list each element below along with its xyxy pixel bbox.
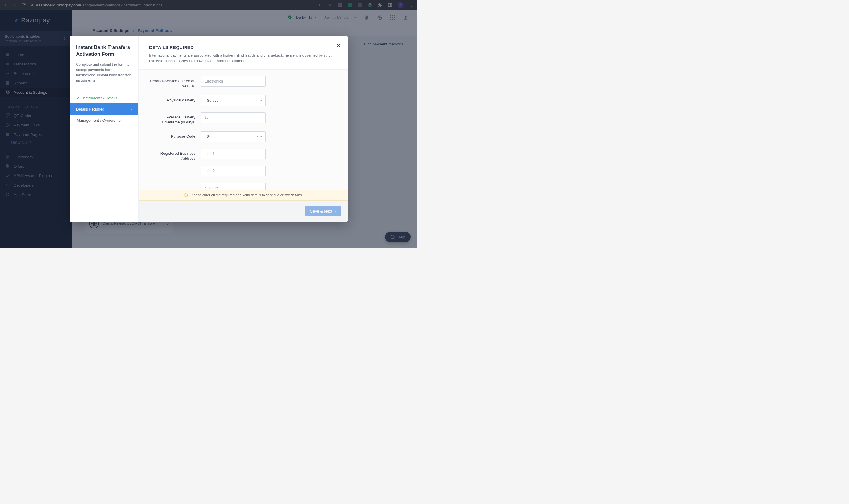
validation-warning: ⓘ Please enter all the required and vali… bbox=[139, 190, 347, 201]
select-value: --Select-- bbox=[204, 98, 220, 103]
step-label: Management / Ownership bbox=[77, 118, 121, 123]
step-label: Instruments / Details bbox=[82, 96, 117, 100]
activation-form-modal: Instant Bank Transfers Activation Form C… bbox=[70, 36, 347, 222]
physical-delivery-label: Physical delivery bbox=[149, 95, 201, 103]
product-input[interactable] bbox=[201, 76, 266, 87]
clear-icon[interactable]: × bbox=[256, 135, 258, 139]
save-next-button[interactable]: Save & Next › bbox=[305, 206, 341, 216]
modal-subtitle: Complete and submit the form to accept p… bbox=[76, 62, 132, 84]
select-value: --Select-- bbox=[204, 134, 220, 139]
modal-sidebar: Instant Bank Transfers Activation Form C… bbox=[70, 36, 139, 222]
avg-delivery-label: Average Delivery Timeframe (in days) bbox=[149, 112, 201, 125]
product-label: Product/Service offered on website bbox=[149, 76, 201, 89]
chevron-right-icon: › bbox=[335, 209, 336, 213]
section-description: International payments are associated wi… bbox=[149, 53, 332, 64]
physical-delivery-select[interactable]: --Select-- ▾ bbox=[201, 95, 266, 106]
address-label: Registered Business Address bbox=[149, 148, 201, 161]
step-label: Details Required bbox=[76, 107, 104, 111]
warning-text: Please enter all the required and valid … bbox=[191, 193, 302, 197]
caret-down-icon: ▾ bbox=[260, 135, 262, 139]
chevron-right-icon: › bbox=[131, 107, 132, 111]
modal-header: DETAILS REQUIRED International payments … bbox=[139, 36, 347, 70]
modal-footer: Save & Next › bbox=[139, 201, 347, 222]
section-heading: DETAILS REQUIRED bbox=[149, 45, 337, 50]
step-management-ownership[interactable]: Management / Ownership bbox=[76, 115, 132, 126]
address-zipcode-input[interactable] bbox=[201, 183, 266, 190]
step-instruments-details[interactable]: ✓ Instruments / Details bbox=[76, 93, 132, 104]
address-line1-input[interactable] bbox=[201, 148, 266, 159]
purpose-code-select[interactable]: --Select-- × ▾ bbox=[201, 131, 266, 142]
caret-down-icon: ▾ bbox=[260, 98, 262, 103]
purpose-code-label: Purpose Code bbox=[149, 131, 201, 139]
warning-icon: ⓘ bbox=[184, 193, 188, 198]
avg-delivery-input[interactable] bbox=[201, 112, 266, 123]
save-next-label: Save & Next bbox=[310, 209, 332, 213]
close-icon[interactable]: ✕ bbox=[336, 42, 341, 49]
form-area: Product/Service offered on website Physi… bbox=[139, 70, 347, 190]
modal-title: Instant Bank Transfers Activation Form bbox=[76, 44, 132, 58]
address-line2-input[interactable] bbox=[201, 166, 266, 176]
check-icon: ✓ bbox=[77, 96, 80, 100]
step-details-required[interactable]: Details Required › bbox=[70, 104, 138, 115]
